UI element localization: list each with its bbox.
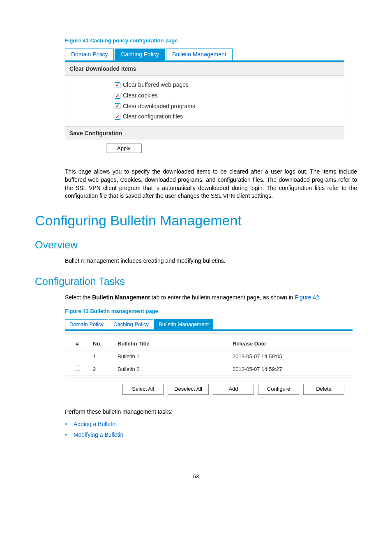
checkmark-icon: ✓ <box>115 104 120 109</box>
checkmark-icon: ✓ <box>115 83 120 88</box>
checkmark-icon: ✓ <box>115 93 120 98</box>
col-header-no: No. <box>90 338 114 350</box>
configure-button[interactable]: Configure <box>258 384 299 394</box>
delete-button[interactable]: Delete <box>303 384 344 394</box>
checkbox-clear-config[interactable]: ✓ <box>115 114 120 120</box>
tab-domain-policy[interactable]: Domain Policy <box>65 49 114 60</box>
row-checkbox-1[interactable] <box>75 353 80 358</box>
row-2-title: Bulletin 2 <box>114 363 229 376</box>
row-1-title: Bulletin 1 <box>114 350 229 363</box>
tasks-intro-bold: Bulletin Management <box>92 294 150 301</box>
tab-caching-policy[interactable]: Caching Policy <box>115 49 165 60</box>
col-header-title: Bulletin Title <box>114 338 229 350</box>
heading-configuration-tasks: Configuration Tasks <box>35 274 357 289</box>
caching-description-paragraph: This page allows you to specify the down… <box>35 168 357 200</box>
table-row: 1 Bulletin 1 2013-05-07 14:59:05 <box>65 350 353 363</box>
tasks-intro-pre: Select the <box>65 294 92 301</box>
tasks-after-paragraph: Perform these bulletin management tasks: <box>35 408 357 416</box>
apply-button[interactable]: Apply <box>106 144 142 153</box>
checkbox-clear-cookies-label: Clear cookies <box>123 92 158 100</box>
adding-bulletin-link[interactable]: Adding a Bulletin <box>74 420 117 429</box>
section-clear-downloaded-header: Clear Downloaded Items <box>65 62 344 76</box>
figure-41-caption: Figure 41 Caching policy configuration p… <box>35 37 357 44</box>
figure-42-link[interactable]: Figure 42 <box>295 294 319 301</box>
tab-bulletin-management-2[interactable]: Bulletin Management <box>154 319 213 329</box>
tab-caching-policy-2[interactable]: Caching Policy <box>109 319 153 329</box>
row-checkbox-2[interactable] <box>75 366 80 371</box>
col-header-date: Release Date <box>229 338 353 350</box>
row-2-date: 2013-05-07 14:59:27 <box>229 363 353 376</box>
tab-bulletin-management[interactable]: Bulletin Management <box>166 49 233 60</box>
checkbox-clear-config-label: Clear configuration files <box>123 113 183 121</box>
col-header-hash: # <box>65 338 90 350</box>
deselect-all-button[interactable]: Deselect All <box>168 384 209 394</box>
figure-42: Domain Policy Caching Policy Bulletin Ma… <box>35 319 357 395</box>
checkbox-clear-programs[interactable]: ✓ <box>115 103 120 109</box>
checkbox-clear-programs-label: Clear downloaded programs <box>123 102 195 111</box>
select-all-button[interactable]: Select All <box>122 384 164 394</box>
figure-42-caption: Figure 42 Bulletin management page <box>35 308 357 315</box>
checkmark-icon: ✓ <box>115 114 120 119</box>
checkbox-clear-pages[interactable]: ✓ <box>115 82 120 88</box>
section-save-config-header: Save Configuration <box>65 127 344 141</box>
checkbox-clear-pages-label: Clear buffered web pages <box>123 81 189 89</box>
section-clear-downloaded-body: ✓ Clear buffered web pages ✓ Clear cooki… <box>65 76 344 126</box>
heading-configuring-bulletin: Configuring Bulletin Management <box>35 211 357 231</box>
modifying-bulletin-link[interactable]: Modifying a Bulletin <box>74 431 123 439</box>
figure-41: Domain Policy Caching Policy Bulletin Ma… <box>35 49 357 156</box>
row-1-no: 1 <box>90 350 114 363</box>
checkbox-clear-cookies[interactable]: ✓ <box>115 93 120 99</box>
list-item: Adding a Bulletin <box>65 419 357 430</box>
tasks-intro-paragraph: Select the Bulletin Management tab to en… <box>35 294 357 302</box>
row-1-date: 2013-05-07 14:59:05 <box>229 350 353 363</box>
task-list: Adding a Bulletin Modifying a Bulletin <box>35 419 357 440</box>
list-item: Modifying a Bulletin <box>65 430 357 440</box>
page-number: 53 <box>35 473 357 480</box>
table-row: 2 Bulletin 2 2013-05-07 14:59:27 <box>65 363 353 376</box>
overview-paragraph: Bulletin management includes creating an… <box>35 257 357 265</box>
tasks-intro-post: tab to enter the bulletin management pag… <box>150 294 295 301</box>
add-button[interactable]: Add <box>213 384 254 394</box>
row-2-no: 2 <box>90 363 114 376</box>
heading-overview: Overview <box>35 238 357 252</box>
tab-domain-policy-2[interactable]: Domain Policy <box>65 319 108 329</box>
bulletin-table: # No. Bulletin Title Release Date 1 Bull… <box>65 338 353 376</box>
